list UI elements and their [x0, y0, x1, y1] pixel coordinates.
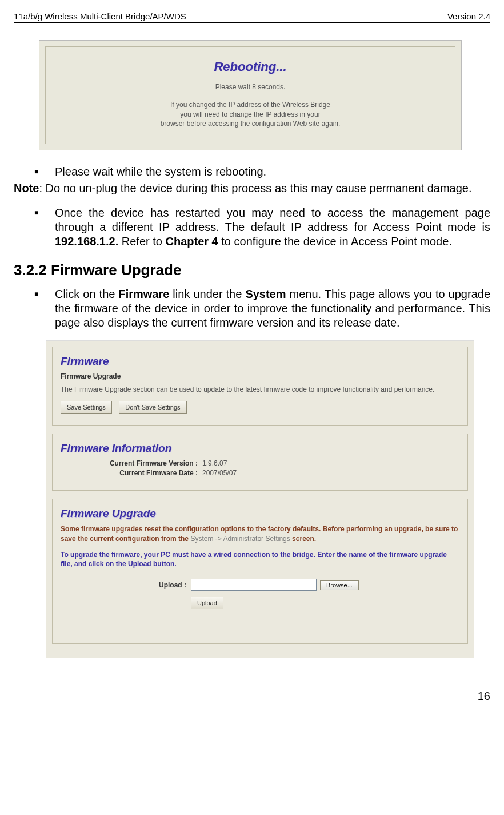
note-block: Note: Do no un-plug the device during th… [14, 181, 490, 196]
bullet-firmware-click: ■ Click on the Firmware link under the S… [14, 287, 490, 330]
rebooting-panel: Rebooting... Please wait 8 seconds. If y… [39, 40, 462, 150]
rebooting-msg3: browser before accessing the configurati… [53, 119, 448, 129]
fw-upgrade-warning: Some firmware upgrades reset the configu… [61, 524, 459, 543]
fw-warn-link: System -> Administrator Settings [190, 535, 290, 543]
fw-version-value: 1.9.6.07 [202, 459, 227, 467]
fw-version-label: Current Firmware Version : [61, 459, 202, 467]
firmware-box-intro: Firmware Firmware Upgrade The Firmware U… [52, 347, 468, 426]
fw-info-title: Firmware Information [61, 442, 459, 455]
rebooting-msg1: If you changed the IP address of the Wir… [53, 100, 448, 110]
upload-row: Upload : Browse... [61, 579, 459, 591]
bullet3-sys: System [245, 288, 286, 300]
firmware-box-upgrade: Firmware Upgrade Some firmware upgrades … [52, 499, 468, 644]
firmware-panel: Firmware Firmware Upgrade The Firmware U… [46, 340, 474, 658]
rebooting-title: Rebooting... [53, 59, 448, 74]
bullet-icon: ■ [14, 206, 55, 249]
upload-label: Upload : [61, 581, 191, 589]
fw-date-row: Current Firmware Date : 2007/05/07 [61, 469, 459, 477]
bullet3-text: Click on the Firmware link under the Sys… [55, 287, 490, 330]
bullet-icon: ■ [14, 165, 55, 179]
bullet-please-wait: ■ Please wait while the system is reboot… [14, 165, 490, 179]
fw-upgrade-instruction: To upgrade the firmware, your PC must ha… [61, 550, 459, 568]
bullet-restart-ip: ■ Once the device has restarted you may … [14, 206, 490, 249]
upload-button-row: Upload [61, 597, 459, 609]
note-text: : Do no un-plug the device during this p… [39, 182, 471, 194]
header-left: 11a/b/g Wireless Multi-Client Bridge/AP/… [14, 11, 186, 21]
fw-intro-desc: The Firmware Upgrade section can be used… [61, 385, 459, 394]
bullet3-a: Click on the [55, 288, 118, 300]
bullet2-b: Refer to [118, 235, 165, 248]
page-header: 11a/b/g Wireless Multi-Client Bridge/AP/… [14, 11, 490, 23]
bullet1-text: Please wait while the system is rebootin… [55, 165, 490, 179]
page-number: 16 [478, 690, 490, 702]
firmware-box-info: Firmware Information Current Firmware Ve… [52, 434, 468, 491]
rebooting-inner: Rebooting... Please wait 8 seconds. If y… [45, 46, 455, 144]
section-heading: 3.2.2 Firmware Upgrade [14, 261, 490, 279]
bullet3-fw: Firmware [118, 288, 169, 300]
upload-file-input[interactable] [191, 579, 317, 591]
bullet2-text: Once the device has restarted you may ne… [55, 206, 490, 249]
fw-date-label: Current Firmware Date : [61, 469, 202, 477]
bullet2-ip: 192.168.1.2. [55, 235, 118, 248]
fw-date-value: 2007/05/07 [202, 469, 237, 477]
bullet2-ch: Chapter 4 [165, 235, 218, 248]
upload-button[interactable]: Upload [191, 597, 223, 609]
fw-upgrade-title: Firmware Upgrade [61, 507, 459, 520]
note-label: Note [14, 182, 39, 194]
bullet-icon: ■ [14, 287, 55, 330]
fw-version-row: Current Firmware Version : 1.9.6.07 [61, 459, 459, 467]
dont-save-settings-button[interactable]: Don't Save Settings [119, 401, 186, 414]
rebooting-msg2: you will need to change the IP address i… [53, 110, 448, 120]
rebooting-wait: Please wait 8 seconds. [53, 82, 448, 92]
bullet3-b: link under the [169, 288, 245, 300]
browse-button[interactable]: Browse... [320, 580, 359, 590]
fw-intro-sub: Firmware Upgrade [61, 372, 459, 380]
header-right: Version 2.4 [447, 11, 490, 21]
bullet2-a: Once the device has restarted you may ne… [55, 206, 490, 233]
save-settings-button[interactable]: Save Settings [61, 401, 112, 414]
fw-warn-b: screen. [290, 535, 316, 543]
page-footer: 16 [14, 687, 490, 703]
fw-intro-title: Firmware [61, 355, 459, 368]
bullet2-c: to configure the device in Access Point … [218, 235, 452, 248]
